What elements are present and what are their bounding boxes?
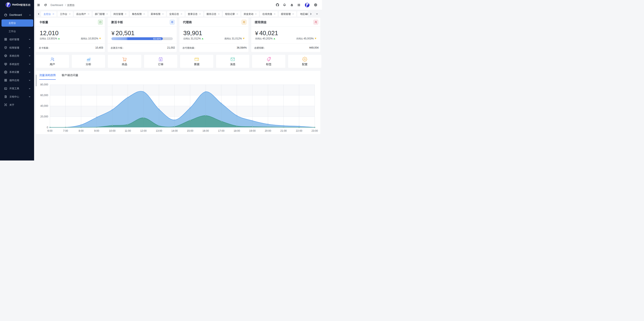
- svg-text:60,000: 60,000: [40, 94, 48, 97]
- svg-text:23:00: 23:00: [312, 129, 318, 132]
- svg-text:12:00: 12:00: [140, 129, 146, 132]
- svg-text:0: 0: [47, 126, 48, 129]
- svg-text:6:00: 6:00: [48, 129, 53, 132]
- svg-text:14:00: 14:00: [171, 129, 178, 132]
- svg-text:21:00: 21:00: [280, 129, 286, 132]
- svg-text:15:00: 15:00: [187, 129, 193, 132]
- svg-text:9:00: 9:00: [94, 129, 99, 132]
- svg-text:18:00: 18:00: [234, 129, 240, 132]
- svg-text:10:00: 10:00: [109, 129, 116, 132]
- svg-text:13:00: 13:00: [156, 129, 162, 132]
- svg-text:20:00: 20:00: [265, 129, 271, 132]
- svg-text:20,000: 20,000: [40, 115, 48, 118]
- svg-text:80,000: 80,000: [40, 83, 48, 86]
- svg-text:7:00: 7:00: [63, 129, 68, 132]
- svg-text:8:00: 8:00: [79, 129, 84, 132]
- svg-text:19:00: 19:00: [249, 129, 256, 132]
- svg-text:16:00: 16:00: [202, 129, 209, 132]
- svg-text:11:00: 11:00: [125, 129, 131, 132]
- svg-text:17:00: 17:00: [218, 129, 224, 132]
- svg-text:22:00: 22:00: [296, 129, 302, 132]
- svg-text:40,000: 40,000: [40, 104, 48, 108]
